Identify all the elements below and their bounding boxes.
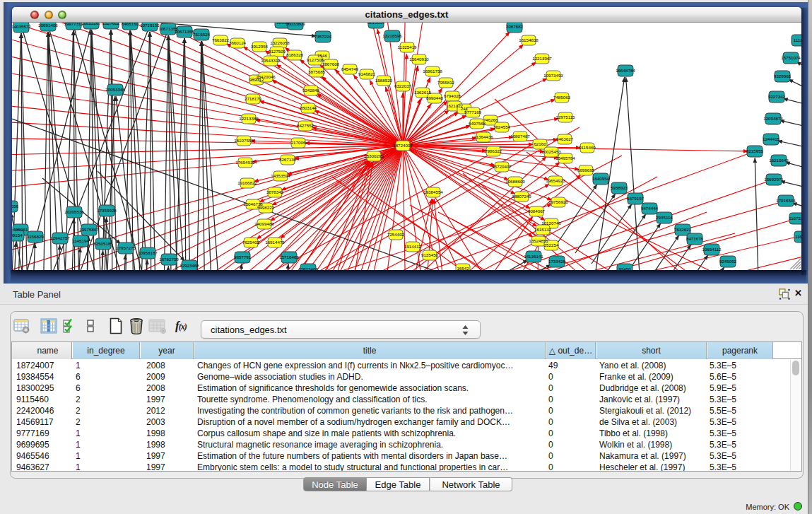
svg-text:10543312: 10543312 [261,58,281,63]
svg-text:11325419: 11325419 [397,45,417,49]
svg-text:5938923: 5938923 [611,185,628,190]
svg-text:15046736: 15046736 [243,201,263,206]
svg-text:10807487: 10807487 [510,134,530,139]
svg-text:23420046: 23420046 [256,74,276,79]
svg-text:746266: 746266 [483,117,498,122]
svg-text:10958187: 10958187 [138,250,158,255]
svg-text:14353594: 14353594 [271,173,290,178]
svg-text:20053346: 20053346 [105,87,125,92]
svg-text:2803144: 2803144 [300,105,317,110]
svg-text:9084067: 9084067 [528,209,546,214]
svg-text:24099489: 24099489 [254,221,274,226]
svg-text:9127508: 9127508 [307,57,324,62]
svg-text:12975115: 12975115 [555,115,575,119]
svg-text:9242848: 9242848 [302,88,320,93]
svg-text:16210643: 16210643 [769,158,789,163]
svg-text:8813054: 8813054 [367,23,385,25]
svg-text:7515524: 7515524 [193,32,211,37]
svg-text:7986322: 7986322 [485,148,502,153]
svg-text:9127509: 9127509 [269,49,286,54]
svg-text:11122: 11122 [794,37,801,42]
svg-text:12923468: 12923468 [180,263,199,268]
svg-text:9245052: 9245052 [719,259,737,264]
svg-text:8267130: 8267130 [279,157,297,162]
svg-text:8427552: 8427552 [297,123,314,128]
svg-text:10120746: 10120746 [541,221,561,226]
svg-text:7485063: 7485063 [553,95,571,100]
svg-text:16154838: 16154838 [519,37,539,42]
svg-text:252254: 252254 [544,243,559,247]
svg-text:6322037: 6322037 [394,83,412,88]
svg-text:8454749: 8454749 [341,66,359,71]
svg-text:10671355: 10671355 [175,29,194,34]
svg-text:10653267: 10653267 [81,23,101,25]
svg-text:21364436: 21364436 [473,134,493,139]
svg-text:9777169: 9777169 [464,110,482,115]
svg-text:1167533: 1167533 [789,216,801,221]
svg-text:7254402: 7254402 [387,232,405,237]
svg-text:7625402: 7625402 [242,240,260,245]
svg-text:116753: 116753 [795,234,801,239]
svg-text:19166822: 19166822 [237,180,257,185]
svg-text:12213382: 12213382 [239,116,259,121]
svg-text:14035572: 14035572 [12,24,31,29]
svg-text:16033809: 16033809 [286,23,305,26]
svg-text:9463627: 9463627 [556,136,574,141]
svg-text:20206536: 20206536 [64,209,84,214]
svg-text:2087682: 2087682 [506,24,524,29]
svg-text:17957275: 17957275 [116,245,136,250]
svg-text:1156829: 1156829 [27,234,44,239]
svg-text:15640910: 15640910 [409,57,429,62]
svg-text:19977311: 19977311 [64,23,83,26]
svg-text:217006: 217006 [291,140,306,145]
svg-text:8990448: 8990448 [426,95,444,100]
svg-text:17016504: 17016504 [776,198,796,203]
svg-text:1145194: 1145194 [72,238,89,243]
svg-text:12213967: 12213967 [532,56,552,61]
svg-text:9474444: 9474444 [641,206,659,211]
svg-text:3878342: 3878342 [266,189,284,194]
svg-text:6679197: 6679197 [627,196,645,201]
svg-text:1615132: 1615132 [534,227,552,232]
svg-text:12942757: 12942757 [50,235,70,240]
svg-text:9115460: 9115460 [579,145,596,150]
svg-text:18724007: 18724007 [393,143,413,148]
svg-text:10719155: 10719155 [140,23,160,28]
svg-text:6699695: 6699695 [577,168,595,173]
svg-text:6794028: 6794028 [444,93,461,98]
svg-text:15495784: 15495784 [555,156,575,160]
svg-text:15720407: 15720407 [492,164,512,169]
svg-text:8186328: 8186328 [286,52,304,57]
svg-text:9329966: 9329966 [774,74,792,78]
svg-text:16648784: 16648784 [616,68,635,73]
svg-text:15692971: 15692971 [764,177,784,182]
svg-text:3875685: 3875685 [308,69,326,74]
svg-text:62160: 62160 [534,141,546,146]
svg-text:10654112: 10654112 [702,247,722,252]
svg-text:8471676: 8471676 [686,236,704,241]
svg-text:1733426: 1733426 [548,259,566,264]
svg-text:15751074: 15751074 [781,55,801,60]
svg-text:15716485: 15716485 [279,255,299,259]
svg-text:12093873: 12093873 [763,116,783,121]
svg-text:12823468: 12823468 [298,267,318,270]
svg-text:9146821: 9146821 [358,71,376,76]
svg-text:20691406: 20691406 [38,23,58,28]
svg-text:1822056: 1822056 [12,204,19,209]
svg-text:1244415: 1244415 [763,136,780,141]
svg-text:435061: 435061 [13,227,28,232]
svg-text:8215955: 8215955 [746,148,764,153]
svg-text:16961758: 16961758 [423,69,442,74]
svg-text:13226058: 13226058 [270,40,290,45]
svg-text:3912954: 3912954 [251,44,269,49]
svg-text:3624554: 3624554 [493,124,511,129]
svg-text:1362615: 1362615 [414,90,432,95]
svg-text:17359928: 17359928 [97,208,117,213]
svg-text:16542: 16542 [457,266,469,270]
svg-text:1527602: 1527602 [102,23,120,25]
svg-text:14136141: 14136141 [524,254,543,259]
svg-text:19975867: 19975867 [79,227,99,232]
svg-text:39154: 39154 [12,233,23,238]
svg-text:18807249: 18807249 [512,194,531,199]
svg-text:2718179: 2718179 [245,96,262,101]
